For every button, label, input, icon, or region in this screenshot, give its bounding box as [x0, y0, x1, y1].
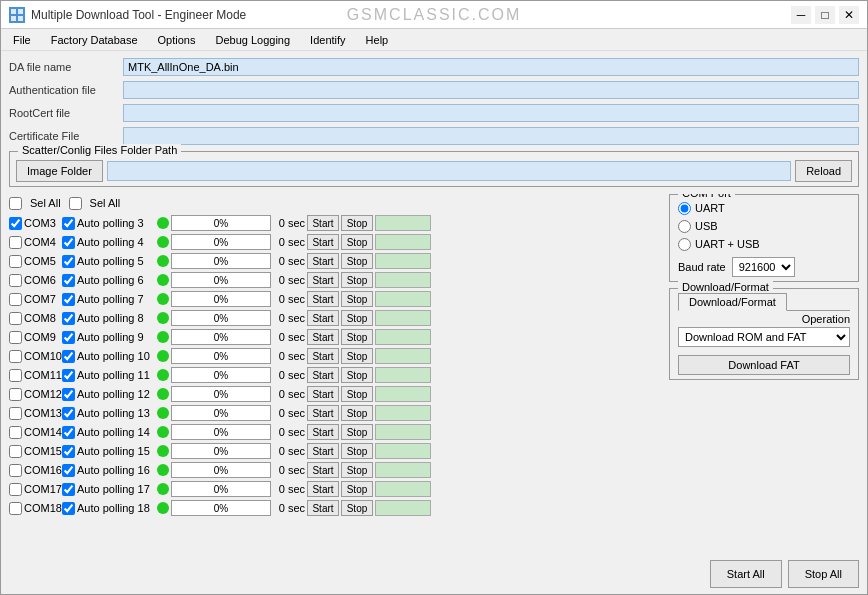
- auth-file-input[interactable]: [123, 81, 859, 99]
- com18-auto-label: Auto polling 18: [77, 502, 155, 514]
- com12-start-button[interactable]: Start: [307, 386, 339, 402]
- menu-item-help[interactable]: Help: [358, 32, 397, 48]
- com8-stop-button[interactable]: Stop: [341, 310, 373, 326]
- uart-radio[interactable]: [678, 202, 691, 215]
- baud-select[interactable]: 921600 460800 115200 57600 38400 19200 9…: [732, 257, 795, 277]
- com18-start-button[interactable]: Start: [307, 500, 339, 516]
- close-button[interactable]: ✕: [839, 6, 859, 24]
- com16-auto-check[interactable]: [62, 464, 75, 477]
- com16-check[interactable]: [9, 464, 22, 477]
- com18-check[interactable]: [9, 502, 22, 515]
- sel-all-check-2[interactable]: [69, 197, 82, 210]
- menu-item-identify[interactable]: Identify: [302, 32, 353, 48]
- menu-item-debug-logging[interactable]: Debug Logging: [207, 32, 298, 48]
- com14-start-button[interactable]: Start: [307, 424, 339, 440]
- com6-stop-button[interactable]: Stop: [341, 272, 373, 288]
- com12-check[interactable]: [9, 388, 22, 401]
- com9-start-button[interactable]: Start: [307, 329, 339, 345]
- com14-stop-button[interactable]: Stop: [341, 424, 373, 440]
- com14-check[interactable]: [9, 426, 22, 439]
- com16-stop-button[interactable]: Stop: [341, 462, 373, 478]
- auth-file-label: Authentication file: [9, 84, 119, 96]
- com5-stop-button[interactable]: Stop: [341, 253, 373, 269]
- com13-check[interactable]: [9, 407, 22, 420]
- com17-auto-check[interactable]: [62, 483, 75, 496]
- com17-start-button[interactable]: Start: [307, 481, 339, 497]
- com7-start-button[interactable]: Start: [307, 291, 339, 307]
- com9-stop-button[interactable]: Stop: [341, 329, 373, 345]
- com15-start-button[interactable]: Start: [307, 443, 339, 459]
- rootcert-input[interactable]: [123, 104, 859, 122]
- com10-stop-button[interactable]: Stop: [341, 348, 373, 364]
- download-fat-button[interactable]: Download FAT: [678, 355, 850, 375]
- com15-auto-check[interactable]: [62, 445, 75, 458]
- com5-auto-check[interactable]: [62, 255, 75, 268]
- com4-start-button[interactable]: Start: [307, 234, 339, 250]
- com7-check[interactable]: [9, 293, 22, 306]
- com7-auto-check[interactable]: [62, 293, 75, 306]
- image-folder-button[interactable]: Image Folder: [16, 160, 103, 182]
- start-all-button[interactable]: Start All: [710, 560, 782, 588]
- com18-auto-check[interactable]: [62, 502, 75, 515]
- reload-button[interactable]: Reload: [795, 160, 852, 182]
- com13-stop-button[interactable]: Stop: [341, 405, 373, 421]
- stop-all-button[interactable]: Stop All: [788, 560, 859, 588]
- com11-auto-check[interactable]: [62, 369, 75, 382]
- auth-file-row: Authentication file: [9, 80, 859, 100]
- com11-status-dot: [157, 369, 169, 381]
- maximize-button[interactable]: □: [815, 6, 835, 24]
- com16-start-button[interactable]: Start: [307, 462, 339, 478]
- com10-auto-check[interactable]: [62, 350, 75, 363]
- scatter-path-input[interactable]: [107, 161, 791, 181]
- com10-check[interactable]: [9, 350, 22, 363]
- com15-check[interactable]: [9, 445, 22, 458]
- com6-start-button[interactable]: Start: [307, 272, 339, 288]
- com5-check[interactable]: [9, 255, 22, 268]
- usb-radio[interactable]: [678, 220, 691, 233]
- com10-start-button[interactable]: Start: [307, 348, 339, 364]
- uart-usb-radio[interactable]: [678, 238, 691, 251]
- menu-item-options[interactable]: Options: [150, 32, 204, 48]
- com4-auto-check[interactable]: [62, 236, 75, 249]
- com7-stop-button[interactable]: Stop: [341, 291, 373, 307]
- com13-auto-check[interactable]: [62, 407, 75, 420]
- com14-auto-check[interactable]: [62, 426, 75, 439]
- menu-item-file[interactable]: File: [5, 32, 39, 48]
- com5-start-button[interactable]: Start: [307, 253, 339, 269]
- com8-start-button[interactable]: Start: [307, 310, 339, 326]
- minimize-button[interactable]: ─: [791, 6, 811, 24]
- com11-check[interactable]: [9, 369, 22, 382]
- com8-auto-check[interactable]: [62, 312, 75, 325]
- menu-item-factory-database[interactable]: Factory Database: [43, 32, 146, 48]
- com4-stop-button[interactable]: Stop: [341, 234, 373, 250]
- app-icon: [9, 7, 25, 23]
- com9-check[interactable]: [9, 331, 22, 344]
- bottom-buttons: Start All Stop All: [669, 560, 859, 588]
- tab-download-format[interactable]: Download/Format: [678, 293, 787, 311]
- table-row: COM3 Auto polling 3 0% 0 sec Start Stop: [9, 214, 665, 232]
- com17-check[interactable]: [9, 483, 22, 496]
- com4-check[interactable]: [9, 236, 22, 249]
- com6-check[interactable]: [9, 274, 22, 287]
- table-row: COM9 Auto polling 9 0% 0 sec Start Stop: [9, 328, 665, 346]
- com3-start-button[interactable]: Start: [307, 215, 339, 231]
- com11-stop-button[interactable]: Stop: [341, 367, 373, 383]
- com17-stop-button[interactable]: Stop: [341, 481, 373, 497]
- da-file-input[interactable]: [123, 58, 859, 76]
- com12-stop-button[interactable]: Stop: [341, 386, 373, 402]
- operation-select[interactable]: Download ROM and FAT Download ROM Downlo…: [678, 327, 850, 347]
- com15-stop-button[interactable]: Stop: [341, 443, 373, 459]
- com9-auto-check[interactable]: [62, 331, 75, 344]
- com18-stop-button[interactable]: Stop: [341, 500, 373, 516]
- com3-check[interactable]: [9, 217, 22, 230]
- com3-auto-check[interactable]: [62, 217, 75, 230]
- com3-stop-button[interactable]: Stop: [341, 215, 373, 231]
- com13-start-button[interactable]: Start: [307, 405, 339, 421]
- com6-auto-check[interactable]: [62, 274, 75, 287]
- com8-check[interactable]: [9, 312, 22, 325]
- com11-start-button[interactable]: Start: [307, 367, 339, 383]
- com13-label: COM13: [24, 407, 60, 419]
- cert-input[interactable]: [123, 127, 859, 145]
- sel-all-check-1[interactable]: [9, 197, 22, 210]
- com12-auto-check[interactable]: [62, 388, 75, 401]
